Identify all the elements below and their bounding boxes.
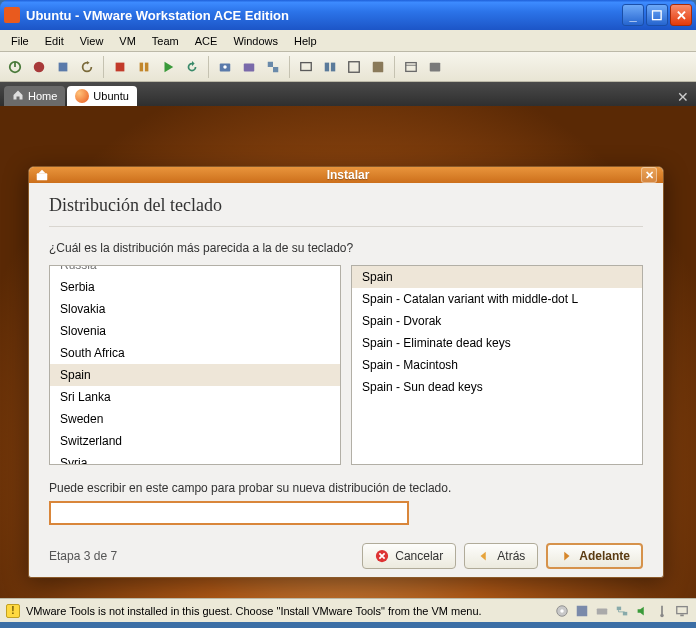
- ubuntu-icon: [75, 89, 89, 103]
- tab-close-button[interactable]: ✕: [674, 88, 692, 106]
- list-item[interactable]: Spain: [352, 266, 642, 288]
- dialog-title: Instalar: [55, 168, 641, 182]
- list-item[interactable]: Spain: [50, 364, 340, 386]
- svg-rect-3: [59, 62, 68, 71]
- svg-rect-24: [577, 605, 588, 616]
- svg-point-8: [223, 65, 227, 69]
- arrow-right-icon: [559, 549, 573, 563]
- dialog-heading: Distribución del teclado: [49, 195, 643, 216]
- list-item[interactable]: Spain - Catalan variant with middle-dot …: [352, 288, 642, 310]
- svg-rect-6: [145, 62, 149, 71]
- stop-icon[interactable]: [109, 56, 131, 78]
- svg-rect-30: [677, 606, 688, 613]
- menu-ace[interactable]: ACE: [188, 33, 225, 49]
- separator: [49, 226, 643, 227]
- floppy-icon[interactable]: [574, 604, 590, 618]
- tab-ubuntu[interactable]: Ubuntu: [67, 86, 136, 106]
- monitor-icon[interactable]: [674, 604, 690, 618]
- menu-file[interactable]: File: [4, 33, 36, 49]
- fullscreen-icon[interactable]: [343, 56, 365, 78]
- list-item[interactable]: Spain - Sun dead keys: [352, 376, 642, 398]
- power-on-icon[interactable]: [4, 56, 26, 78]
- svg-rect-4: [116, 62, 125, 71]
- menubar: File Edit View VM Team ACE Windows Help: [0, 30, 696, 52]
- list-item[interactable]: Sri Lanka: [50, 386, 340, 408]
- quick-switch-icon[interactable]: [319, 56, 341, 78]
- revert-icon[interactable]: [238, 56, 260, 78]
- usb-icon[interactable]: [654, 604, 670, 618]
- menu-edit[interactable]: Edit: [38, 33, 71, 49]
- suspend-icon[interactable]: [52, 56, 74, 78]
- list-item[interactable]: South Africa: [50, 342, 340, 364]
- dvd-icon[interactable]: [554, 604, 570, 618]
- svg-rect-11: [273, 67, 278, 72]
- svg-rect-16: [373, 61, 384, 72]
- vm-viewport: Instalar ✕ Distribución del teclado ¿Cuá…: [0, 106, 696, 598]
- tab-home-label: Home: [28, 90, 57, 102]
- pause-icon[interactable]: [133, 56, 155, 78]
- status-bar: ! VMware Tools is not installed in this …: [0, 598, 696, 622]
- list-item[interactable]: Spain - Macintosh: [352, 354, 642, 376]
- hdd-icon[interactable]: [594, 604, 610, 618]
- svg-rect-26: [617, 606, 621, 610]
- reset-icon[interactable]: [76, 56, 98, 78]
- list-item[interactable]: Sweden: [50, 408, 340, 430]
- arrow-left-icon: [477, 549, 491, 563]
- svg-rect-15: [349, 61, 360, 72]
- snapshot-icon[interactable]: [214, 56, 236, 78]
- svg-rect-5: [140, 62, 144, 71]
- minimize-button[interactable]: _: [622, 4, 644, 26]
- menu-view[interactable]: View: [73, 33, 111, 49]
- window-title: Ubuntu - VMware Workstation ACE Edition: [26, 8, 622, 23]
- svg-point-2: [34, 61, 45, 72]
- test-hint: Puede escribir en este campo para probar…: [49, 481, 643, 495]
- network-icon[interactable]: [614, 604, 630, 618]
- sound-icon[interactable]: [634, 604, 650, 618]
- list-item[interactable]: Serbia: [50, 276, 340, 298]
- list-item[interactable]: Switzerland: [50, 430, 340, 452]
- back-button[interactable]: Atrás: [464, 543, 538, 569]
- country-listbox[interactable]: RussiaSerbiaSlovakiaSloveniaSouth Africa…: [49, 265, 341, 465]
- next-button[interactable]: Adelante: [546, 543, 643, 569]
- svg-rect-27: [623, 611, 627, 615]
- dialog-close-button[interactable]: ✕: [641, 167, 657, 183]
- power-off-icon[interactable]: [28, 56, 50, 78]
- manage-snapshot-icon[interactable]: [262, 56, 284, 78]
- list-item[interactable]: Spain - Dvorak: [352, 310, 642, 332]
- window-titlebar: Ubuntu - VMware Workstation ACE Edition …: [0, 0, 696, 30]
- list-item[interactable]: Russia: [50, 265, 340, 276]
- tab-home[interactable]: Home: [4, 86, 65, 106]
- close-button[interactable]: ✕: [670, 4, 692, 26]
- cancel-icon: [375, 549, 389, 563]
- keyboard-test-input[interactable]: [49, 501, 409, 525]
- dialog-question: ¿Cuál es la distribución más parecida a …: [49, 241, 643, 255]
- list-item[interactable]: Slovakia: [50, 298, 340, 320]
- play-icon[interactable]: [157, 56, 179, 78]
- next-label: Adelante: [579, 549, 630, 563]
- unity-icon[interactable]: [367, 56, 389, 78]
- menu-help[interactable]: Help: [287, 33, 324, 49]
- appliance-icon[interactable]: [424, 56, 446, 78]
- svg-rect-12: [301, 62, 312, 70]
- svg-rect-13: [325, 62, 329, 71]
- status-message: VMware Tools is not installed in this gu…: [26, 605, 548, 617]
- list-item[interactable]: Spain - Eliminate dead keys: [352, 332, 642, 354]
- home-icon: [12, 89, 24, 103]
- tab-ubuntu-label: Ubuntu: [93, 90, 128, 102]
- svg-rect-9: [244, 63, 255, 71]
- installer-dialog: Instalar ✕ Distribución del teclado ¿Cuá…: [28, 166, 664, 578]
- cancel-button[interactable]: Cancelar: [362, 543, 456, 569]
- list-item[interactable]: Slovenia: [50, 320, 340, 342]
- svg-rect-25: [597, 608, 608, 614]
- toolbar: [0, 52, 696, 82]
- menu-team[interactable]: Team: [145, 33, 186, 49]
- menu-vm[interactable]: VM: [112, 33, 143, 49]
- show-console-icon[interactable]: [295, 56, 317, 78]
- variant-listbox[interactable]: SpainSpain - Catalan variant with middle…: [351, 265, 643, 465]
- maximize-button[interactable]: ☐: [646, 4, 668, 26]
- summary-icon[interactable]: [400, 56, 422, 78]
- list-item[interactable]: Syria: [50, 452, 340, 465]
- menu-windows[interactable]: Windows: [226, 33, 285, 49]
- restart-icon[interactable]: [181, 56, 203, 78]
- warning-icon: !: [6, 604, 20, 618]
